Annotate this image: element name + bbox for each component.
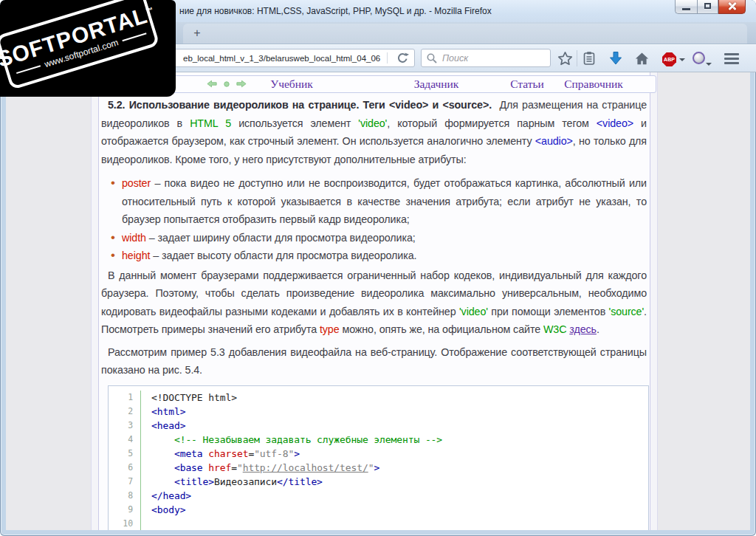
code-segment: > xyxy=(294,448,300,459)
code-url-text: http://localhost/test/ xyxy=(243,462,368,473)
minimize-icon xyxy=(682,8,690,10)
line-number: 9 xyxy=(109,503,141,517)
maximize-button[interactable] xyxy=(697,0,718,14)
nav-link-articles[interactable]: Статьи xyxy=(510,78,544,91)
code-segment: <meta xyxy=(174,448,208,459)
tab-bar-background xyxy=(183,24,747,44)
text-segment: 'video' xyxy=(459,306,488,317)
line-number: 1 xyxy=(109,391,141,405)
downloads-button[interactable] xyxy=(608,51,625,67)
trademark-symbol: ™ xyxy=(145,5,155,16)
code-text xyxy=(141,517,151,531)
line-number: 2 xyxy=(109,405,141,419)
code-segment: > xyxy=(374,462,379,473)
code-text: <head> xyxy=(141,419,185,433)
code-segment xyxy=(151,434,174,445)
extension-button[interactable] xyxy=(693,52,705,64)
reload-icon xyxy=(396,52,409,65)
bookmarks-menu-button[interactable] xyxy=(582,51,598,67)
code-segment: <!-- Незабываем задавать служебные элеме… xyxy=(174,434,442,445)
line-number: 3 xyxy=(109,419,141,433)
text-segment: 'source' xyxy=(609,306,645,317)
content-column: 5.2. Использование видеороликов на стран… xyxy=(98,72,650,530)
text-segment: 'video' xyxy=(358,117,387,129)
code-segment: "utf-8" xyxy=(254,448,294,459)
code-line: 5 <meta charset="utf-8"> xyxy=(109,447,648,461)
next-page-arrow-icon[interactable] xyxy=(236,80,247,88)
minimize-button[interactable] xyxy=(675,0,697,14)
code-line: 1<!DOCTYPE html> xyxy=(109,391,648,405)
maximize-icon xyxy=(704,3,711,9)
close-button[interactable] xyxy=(718,0,746,14)
inline-link[interactable]: здесь xyxy=(569,323,597,335)
code-text: <!-- Незабываем задавать служебные элеме… xyxy=(141,433,442,447)
home-button[interactable] xyxy=(634,51,650,67)
menu-button[interactable] xyxy=(724,53,739,65)
text-segment: – задает высоту области для просмотра ви… xyxy=(150,250,416,261)
text-segment: используется элемент xyxy=(231,117,358,129)
code-segment: <!DOCTYPE html> xyxy=(151,392,237,403)
page-viewport: Учебник Задачник Статьи Справочник 5.2. … xyxy=(6,72,750,530)
code-segment: <title> xyxy=(174,476,214,487)
list-item-width: width – задает ширину области для просмо… xyxy=(101,229,647,247)
list-item-height: height – задает высоту области для просм… xyxy=(101,247,647,265)
nav-link-textbook[interactable]: Учебник xyxy=(270,78,313,91)
code-segment: <head> xyxy=(151,420,185,431)
star-icon xyxy=(557,51,573,66)
line-number: 7 xyxy=(109,475,141,489)
new-tab-button[interactable]: + xyxy=(189,26,205,41)
reload-button[interactable] xyxy=(396,52,409,65)
text-segment: <video> xyxy=(597,117,633,129)
firefox-window: ние для новичков: HTML,CSS, JavaScript, … xyxy=(0,0,756,536)
text-segment: 5.2. Использование видеороликов на стран… xyxy=(108,99,492,111)
text-segment: type xyxy=(320,323,340,335)
article-body: 5.2. Использование видеороликов на стран… xyxy=(99,96,650,530)
prev-page-arrow-icon[interactable] xyxy=(206,80,218,88)
code-line: 10 xyxy=(109,517,648,531)
code-segment: <base xyxy=(174,462,208,473)
code-line: 8</head> xyxy=(109,489,648,503)
search-box[interactable]: Поиск xyxy=(421,49,551,67)
code-segment: <body> xyxy=(151,504,185,515)
text-segment: <audio> xyxy=(535,135,573,147)
code-segment: </title> xyxy=(277,476,323,487)
search-placeholder: Поиск xyxy=(442,53,468,63)
code-line: 2<html> xyxy=(109,405,648,419)
code-segment: = xyxy=(248,448,254,459)
text-segment: Рассмотрим пример 5.3 добавления видеофа… xyxy=(101,346,647,377)
text-segment: можно, опять же, на официальном сайте xyxy=(340,323,543,335)
text-segment: width xyxy=(122,232,146,244)
bookmark-star-button[interactable] xyxy=(557,51,574,67)
nav-link-problems[interactable]: Задачник xyxy=(414,78,459,91)
softportal-watermark: SOFTPORTAL™ www.softportal.com xyxy=(0,0,176,97)
index-dot-icon[interactable] xyxy=(224,81,230,87)
attribute-list: poster – пока видео не доступно или не в… xyxy=(101,174,647,265)
hamburger-icon xyxy=(724,53,739,55)
url-bar[interactable]: eb_local_html_v_1_3/belarusweb_local_htm… xyxy=(137,49,415,67)
text-segment: height xyxy=(122,250,150,261)
text-segment: – пока видео не доступно или не воспроиз… xyxy=(122,177,647,225)
extension-dropdown-caret xyxy=(706,63,712,66)
home-icon xyxy=(634,51,650,66)
toolbar-divider xyxy=(577,50,577,66)
code-example-block: 1<!DOCTYPE html>2<html>3<head>4 <!-- Нез… xyxy=(108,385,649,531)
code-segment xyxy=(151,476,174,487)
line-number: 10 xyxy=(109,517,141,531)
text-segment: . xyxy=(597,323,599,335)
code-segment xyxy=(151,448,174,459)
code-segment: </head> xyxy=(151,490,191,501)
code-segment: = xyxy=(231,462,237,473)
code-text: <title>Видеозаписи</title> xyxy=(141,475,323,489)
code-line: 4 <!-- Незабываем задавать служебные эле… xyxy=(109,433,648,447)
code-line: 9<body> xyxy=(109,503,648,517)
nav-link-reference[interactable]: Справочник xyxy=(564,78,623,91)
site-navigation-bar: Учебник Задачник Статьи Справочник xyxy=(98,75,656,93)
code-text: <body> xyxy=(141,503,185,517)
code-text: </head> xyxy=(141,489,191,503)
list-item-poster: poster – пока видео не доступно или не в… xyxy=(101,174,647,229)
url-text: eb_local_html_v_1_3/belarusweb_local_htm… xyxy=(183,54,380,63)
text-segment: poster xyxy=(122,177,151,189)
adblock-plus-button[interactable]: ABP xyxy=(662,52,676,66)
code-segment: Видеозаписи xyxy=(214,476,277,487)
adblock-dropdown-caret xyxy=(679,58,685,61)
